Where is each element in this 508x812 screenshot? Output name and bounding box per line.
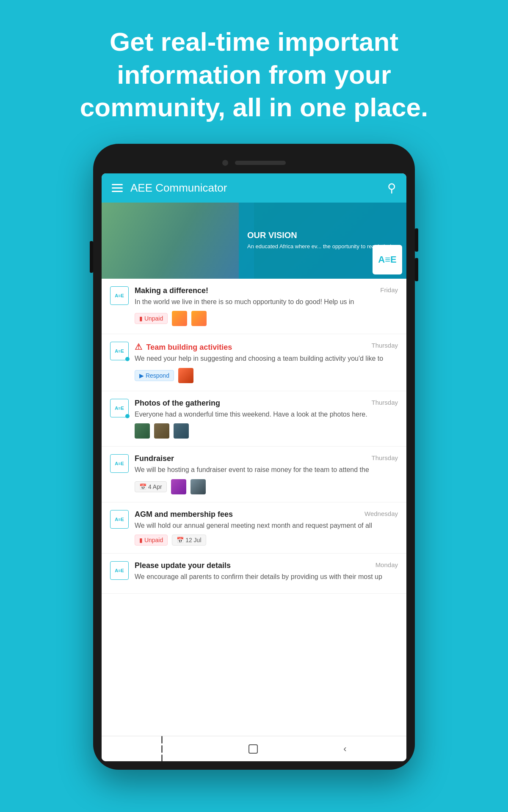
urgent-icon: ⚠ <box>135 342 145 351</box>
message-tags: ▮ Unpaid <box>135 311 398 326</box>
message-item[interactable]: A≡EAGM and membership feesWednesdayWe wi… <box>102 502 406 554</box>
message-preview: We encourage all parents to confirm thei… <box>135 572 398 582</box>
message-content: Please update your detailsMondayWe encou… <box>135 561 398 586</box>
message-content: Photos of the gatheringThursdayEveryone … <box>135 399 398 439</box>
message-thumbnail <box>171 479 186 494</box>
message-header: FundraiserThursday <box>135 454 398 463</box>
power-button <box>90 241 93 273</box>
message-avatar: A≡E <box>110 399 129 417</box>
message-header: ⚠ Team building activitiesThursday <box>135 342 398 352</box>
aee-logo-text: A≡E <box>115 348 124 354</box>
tag-unpaid: ▮ Unpaid <box>135 535 168 546</box>
message-date: Friday <box>380 286 398 294</box>
message-date: Thursday <box>371 399 398 406</box>
message-tags: ▮ Unpaid📅 12 Jul <box>135 535 398 546</box>
menu-icon[interactable] <box>112 184 123 192</box>
message-preview: We will hold our annual general meeting … <box>135 521 398 530</box>
messages-list: A≡EMaking a difference!FridayIn the worl… <box>102 279 406 736</box>
banner-vision-title: OUR VISION <box>247 230 398 240</box>
message-avatar: A≡E <box>110 342 129 360</box>
message-preview: In the world we live in there is so much… <box>135 297 398 307</box>
message-thumbnail <box>135 423 150 439</box>
message-title: Photos of the gathering <box>135 399 220 408</box>
speaker-bar <box>235 161 286 165</box>
message-title: ⚠ Team building activities <box>135 342 232 352</box>
lines-nav-button[interactable] <box>161 736 163 762</box>
message-header: Making a difference!Friday <box>135 286 398 295</box>
volume-down-button <box>415 258 418 281</box>
message-title: Fundraiser <box>135 454 174 463</box>
message-item[interactable]: A≡EFundraiserThursdayWe will be hosting … <box>102 447 406 502</box>
message-date: Monday <box>375 561 398 568</box>
message-item[interactable]: A≡EMaking a difference!FridayIn the worl… <box>102 279 406 334</box>
aee-logo-text: A≡E <box>115 461 124 466</box>
banner-image <box>102 203 254 279</box>
message-title: AGM and membership fees <box>135 510 233 519</box>
phone-screen: AEE Communicator ⚲ OUR VISION An educate… <box>102 173 406 761</box>
message-preview: Everyone had a wonderful time this weeke… <box>135 410 398 419</box>
message-date: Wednesday <box>364 510 398 517</box>
aee-logo-small: A≡E <box>110 561 129 580</box>
message-header: Photos of the gatheringThursday <box>135 399 398 408</box>
app-title: AEE Communicator <box>130 181 227 195</box>
aee-logo-small: A≡E <box>110 286 129 305</box>
message-avatar: A≡E <box>110 510 129 529</box>
aee-logo-text: A≡E <box>115 406 124 411</box>
banner: OUR VISION An educated Africa where ev..… <box>102 203 406 279</box>
message-title: Please update your details <box>135 561 231 570</box>
unread-dot <box>125 414 130 418</box>
message-avatar: A≡E <box>110 454 129 473</box>
tag-respond[interactable]: ▶ Respond <box>135 370 174 381</box>
message-preview: We need your help in suggesting and choo… <box>135 354 398 363</box>
aee-logo-small: A≡E <box>110 454 129 473</box>
message-header: AGM and membership feesWednesday <box>135 510 398 519</box>
message-content: ⚠ Team building activitiesThursdayWe nee… <box>135 342 398 383</box>
tag-date: 📅 4 Apr <box>135 481 167 492</box>
message-header: Please update your detailsMonday <box>135 561 398 570</box>
message-thumbnail <box>190 479 206 494</box>
back-nav-button[interactable]: ‹ <box>343 743 346 754</box>
message-date: Thursday <box>371 342 398 349</box>
message-avatar: A≡E <box>110 561 129 580</box>
message-thumbnail <box>154 423 169 439</box>
message-thumbnail <box>178 368 193 383</box>
aee-logo-small: A≡E <box>110 510 129 529</box>
app-bar-left: AEE Communicator <box>112 181 227 195</box>
banner-logo: A≡E <box>373 245 402 274</box>
banner-logo-text: A≡E <box>378 254 396 265</box>
message-thumbnail <box>174 423 189 439</box>
message-date: Thursday <box>371 454 398 461</box>
message-item[interactable]: A≡EPlease update your detailsMondayWe en… <box>102 554 406 594</box>
message-preview: We will be hosting a fundraiser event to… <box>135 465 398 475</box>
message-thumbnail <box>172 311 187 326</box>
unread-dot <box>125 357 130 361</box>
camera-dot <box>222 160 228 166</box>
tag-date: 📅 12 Jul <box>172 535 206 546</box>
phone-frame: AEE Communicator ⚲ OUR VISION An educate… <box>93 144 415 770</box>
message-tags <box>135 423 398 439</box>
message-avatar: A≡E <box>110 286 129 305</box>
volume-up-button <box>415 228 418 252</box>
message-item[interactable]: A≡EPhotos of the gatheringThursdayEveryo… <box>102 391 406 447</box>
aee-logo-text: A≡E <box>115 293 124 298</box>
message-title: Making a difference! <box>135 286 208 295</box>
phone-top-bar <box>102 152 406 173</box>
bottom-nav: ‹ <box>102 736 406 761</box>
hero-text: Get real-time important information from… <box>0 0 508 141</box>
message-content: Making a difference!FridayIn the world w… <box>135 286 398 326</box>
tag-unpaid: ▮ Unpaid <box>135 313 168 324</box>
message-tags: 📅 4 Apr <box>135 479 398 494</box>
message-content: FundraiserThursdayWe will be hosting a f… <box>135 454 398 494</box>
home-nav-button[interactable] <box>248 744 258 754</box>
message-item[interactable]: A≡E⚠ Team building activitiesThursdayWe … <box>102 334 406 391</box>
message-thumbnail <box>191 311 207 326</box>
filter-icon[interactable]: ⚲ <box>387 181 396 195</box>
message-content: AGM and membership feesWednesdayWe will … <box>135 510 398 546</box>
app-bar: AEE Communicator ⚲ <box>102 173 406 203</box>
aee-logo-text: A≡E <box>115 517 124 522</box>
aee-logo-text: A≡E <box>115 568 124 573</box>
message-tags: ▶ Respond <box>135 368 398 383</box>
